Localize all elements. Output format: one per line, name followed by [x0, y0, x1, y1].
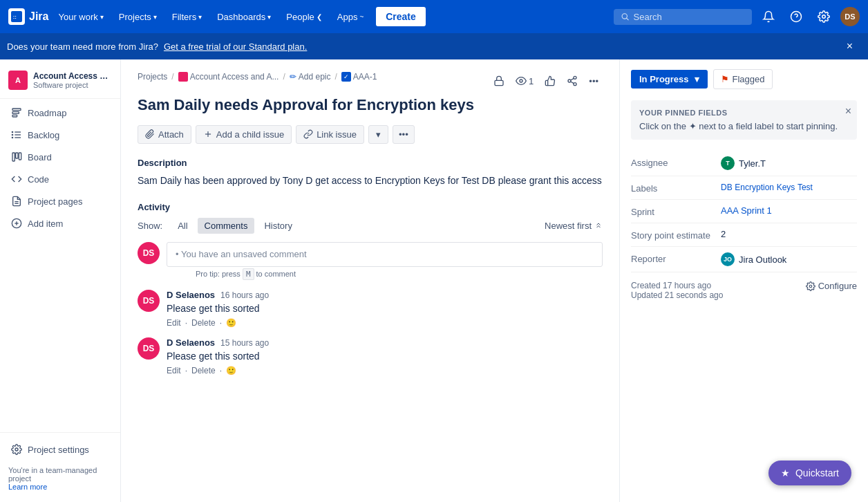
add-child-button[interactable]: Add a child issue	[196, 125, 292, 144]
quickstart-button[interactable]: ★ Quickstart	[768, 461, 851, 485]
sprint-value: AAA Sprint 1	[721, 205, 857, 216]
sidebar-item-board[interactable]: Board	[3, 147, 117, 167]
jira-logo[interactable]: ::	[8, 8, 25, 25]
tab-comments[interactable]: Comments	[198, 218, 255, 234]
sort-icon	[594, 221, 603, 230]
pinned-text-before: Click on the	[639, 121, 686, 131]
svg-point-6	[822, 15, 826, 19]
search-box[interactable]	[614, 9, 752, 25]
expand-actions-button[interactable]: ▾	[368, 125, 388, 144]
sparkle-icon: ✦	[689, 121, 697, 131]
comment-edit-1[interactable]: Edit	[167, 318, 181, 328]
learn-more-link[interactable]: Learn more	[8, 483, 47, 491]
sidebar-board-label: Board	[28, 152, 52, 162]
reporter-value[interactable]: JO Jira Outlook	[721, 252, 857, 266]
breadcrumb-sep-1: /	[171, 72, 173, 82]
sprint-link[interactable]: AAA Sprint 1	[721, 205, 772, 216]
search-input[interactable]	[634, 12, 745, 22]
comment-delete-1[interactable]: Delete	[191, 318, 216, 328]
sidebar-item-roadmap[interactable]: Roadmap	[3, 102, 117, 123]
link-issue-button[interactable]: Link issue	[296, 125, 364, 144]
filters-menu[interactable]: Filters▾	[167, 9, 207, 25]
pinned-fields-panel: × YOUR PINNED FIELDS Click on the ✦ next…	[631, 100, 857, 140]
footer-text: You're in a team-managed project	[8, 466, 112, 483]
user-avatar-nav[interactable]: DS	[840, 7, 860, 26]
projects-menu[interactable]: Projects▾	[113, 9, 162, 25]
banner-close-button[interactable]: ×	[847, 40, 853, 53]
svg-rect-17	[16, 153, 18, 158]
sidebar-roadmap-label: Roadmap	[28, 108, 66, 118]
more-actions-button[interactable]: •••	[585, 73, 603, 89]
sort-button[interactable]: Newest first	[545, 221, 603, 231]
comment-delete-2[interactable]: Delete	[191, 366, 216, 375]
flagged-button[interactable]: ⚑ Flagged	[713, 69, 773, 89]
notifications-button[interactable]	[757, 6, 780, 28]
apps-menu[interactable]: Apps~	[332, 9, 369, 25]
status-label: In Progress	[639, 74, 689, 84]
banner-link[interactable]: Get a free trial of our Standard plan.	[164, 41, 307, 52]
configure-button[interactable]: Configure	[806, 281, 857, 291]
sidebar-code-label: Code	[28, 174, 49, 185]
pinned-fields-text: Click on the ✦ next to a field label to …	[639, 121, 849, 131]
sidebar-item-project-settings[interactable]: Project settings	[3, 439, 117, 460]
comment-dot-1: ·	[185, 318, 187, 328]
comment-react-1[interactable]: 🙂	[226, 318, 236, 328]
project-name: Account Access and Ap...	[33, 71, 112, 81]
dashboards-menu[interactable]: Dashboards▾	[211, 9, 276, 25]
comment-dot-2b: ·	[220, 366, 222, 375]
link-issue-label: Link issue	[317, 129, 357, 140]
breadcrumb-project-name[interactable]: Account Access and A...	[190, 72, 279, 82]
share-button[interactable]	[563, 73, 582, 89]
svg-text:::: ::	[13, 14, 17, 20]
story-point-number: 2	[721, 229, 726, 239]
watch-button[interactable]: 1	[511, 73, 538, 89]
label-db[interactable]: DB	[721, 183, 733, 192]
comment-edit-2[interactable]: Edit	[167, 366, 181, 375]
comment-dot-2: ·	[185, 366, 187, 375]
breadcrumb-issue-id[interactable]: AAA-1	[353, 72, 377, 82]
more-button[interactable]: •••	[393, 125, 415, 144]
project-info: Account Access and Ap... Software projec…	[33, 71, 112, 89]
story-point-value[interactable]: 2	[721, 229, 857, 239]
breadcrumb-add-epic[interactable]: Add epic	[299, 72, 331, 82]
pinned-fields-close[interactable]: ×	[845, 106, 851, 117]
label-keys[interactable]: Keys	[777, 183, 795, 192]
your-work-menu[interactable]: Your work▾	[53, 9, 108, 25]
help-button[interactable]	[785, 6, 807, 28]
breadcrumb-sep-3: /	[335, 72, 337, 82]
comment-author-1: D Selaenos	[167, 290, 215, 300]
people-menu[interactable]: People❮	[281, 9, 327, 25]
sidebar-item-code[interactable]: Code	[3, 169, 117, 189]
tab-all[interactable]: All	[171, 218, 194, 234]
comment-entry-2: DS D Selaenos 15 hours ago Please get th…	[138, 337, 603, 375]
settings-button[interactable]	[813, 6, 835, 28]
breadcrumb-sep-2: /	[283, 72, 285, 82]
sidebar-item-backlog[interactable]: Backlog	[3, 124, 117, 145]
svg-rect-7	[12, 109, 21, 111]
comment-input[interactable]: • You have an unsaved comment	[167, 242, 603, 267]
assignee-value[interactable]: T Tyler.T	[721, 156, 857, 170]
project-header: A Account Access and Ap... Software proj…	[0, 64, 120, 99]
add-child-label: Add a child issue	[216, 129, 284, 140]
project-type: Software project	[33, 81, 112, 89]
svg-point-2	[622, 14, 627, 19]
commenter-avatar-1: DS	[138, 290, 160, 312]
tab-history[interactable]: History	[257, 218, 299, 234]
thumbsup-button[interactable]	[540, 73, 560, 89]
description-title: Description	[138, 158, 603, 168]
reporter-avatar: JO	[721, 252, 735, 266]
issue-top-actions: 1 •••	[489, 73, 603, 89]
comment-react-2[interactable]: 🙂	[226, 366, 236, 375]
attach-button[interactable]: Attach	[138, 125, 191, 144]
status-button[interactable]: In Progress ▾	[631, 70, 708, 89]
svg-point-14	[12, 134, 12, 135]
lock-button[interactable]	[489, 73, 509, 89]
label-test[interactable]: Test	[798, 183, 813, 192]
sidebar-item-project-pages[interactable]: Project pages	[3, 191, 117, 212]
sidebar-item-add-item[interactable]: Add item	[3, 213, 117, 234]
create-button[interactable]: Create	[376, 7, 426, 26]
svg-rect-9	[12, 115, 17, 117]
action-bar: Attach Add a child issue Link issue ▾ ••…	[138, 125, 603, 144]
label-encryption[interactable]: Encryption	[735, 183, 774, 192]
breadcrumb-projects[interactable]: Projects	[138, 72, 167, 82]
